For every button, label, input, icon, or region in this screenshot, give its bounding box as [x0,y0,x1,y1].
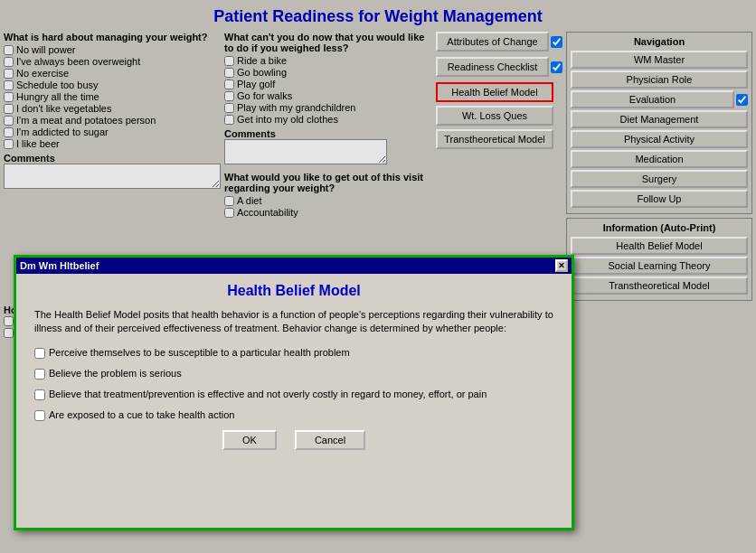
modal-close-button[interactable]: ✕ [555,259,568,272]
modal-heading: Health Belief Model [34,283,553,299]
serious-checkbox[interactable] [34,369,45,380]
serious-label: Believe the problem is serious [49,368,182,379]
modal-body: Health Belief Model The Health Belief Mo… [16,274,572,459]
cue-to-action-checkbox[interactable] [34,410,45,421]
modal-checkbox-item: Believe that treatment/prevention is eff… [34,389,553,400]
modal-checkbox-item: Perceive themselves to be susceptible to… [34,347,553,359]
modal-cancel-button[interactable]: Cancel [295,430,365,450]
main-window: Patient Readiness for Weight Management … [0,0,756,553]
susceptible-checkbox[interactable] [34,348,45,359]
modal-checkbox-item: Believe the problem is serious [34,368,553,380]
modal-dialog: Dm Wm Hltbelief ✕ Health Belief Model Th… [14,255,574,530]
modal-checkbox-item: Are exposed to a cue to take health acti… [34,409,553,421]
susceptible-label: Perceive themselves to be susceptible to… [49,347,350,358]
cue-to-action-label: Are exposed to a cue to take health acti… [49,409,234,420]
treatment-effective-label: Believe that treatment/prevention is eff… [49,389,487,399]
modal-title-text: Dm Wm Hltbelief [20,260,99,271]
modal-buttons: OK Cancel [34,430,553,450]
modal-description: The Health Belief Model posits that heal… [34,308,553,336]
modal-ok-button[interactable]: OK [222,430,277,450]
treatment-effective-checkbox[interactable] [34,389,45,400]
modal-titlebar: Dm Wm Hltbelief ✕ [16,258,572,274]
